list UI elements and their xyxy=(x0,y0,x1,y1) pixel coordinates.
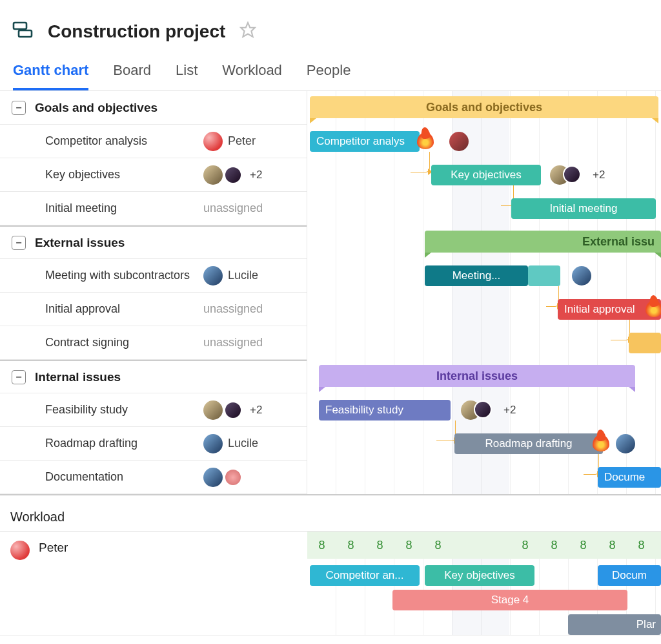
more-count: +2 xyxy=(250,169,262,182)
collapse-icon[interactable]: − xyxy=(12,101,26,115)
task-name: Initial meeting xyxy=(0,202,203,215)
collapse-icon[interactable]: − xyxy=(12,236,26,250)
hours-row: 8 8 8 8 8 8 8 8 8 8 xyxy=(307,532,661,559)
project-title: Construction project xyxy=(48,21,225,42)
task-name: Documentation xyxy=(0,470,203,484)
workload-bar[interactable]: Plar xyxy=(568,614,661,635)
avatar xyxy=(10,541,30,560)
task-name: Feasibility study xyxy=(0,403,203,417)
avatar xyxy=(449,132,469,151)
avatar xyxy=(224,401,242,419)
task-row[interactable]: Meeting with subcontractors Lucile xyxy=(0,259,307,293)
assignee[interactable] xyxy=(203,468,307,487)
group-label: Goals and objectives xyxy=(35,101,307,115)
group-bar-goals[interactable]: Goals and objectives xyxy=(310,96,658,118)
fire-icon xyxy=(417,132,434,149)
svg-rect-0 xyxy=(14,23,26,29)
group-label: Internal issues xyxy=(35,370,307,384)
more-count: +2 xyxy=(250,404,262,417)
svg-marker-2 xyxy=(241,23,256,37)
collapse-icon[interactable]: − xyxy=(12,370,26,384)
avatar xyxy=(203,400,223,420)
task-row[interactable]: Initial approval unassigned xyxy=(0,293,307,326)
task-name: Meeting with subcontractors xyxy=(0,269,203,282)
group-external[interactable]: − External issues xyxy=(0,225,307,259)
task-row[interactable]: Competitor analysis Peter xyxy=(0,125,307,158)
assignee[interactable]: unassigned xyxy=(203,302,307,316)
tab-people[interactable]: People xyxy=(307,62,351,90)
group-bar-internal[interactable]: Internal issues xyxy=(319,365,635,387)
gantt-timeline[interactable]: Goals and objectives Competitor analys K… xyxy=(307,91,661,494)
task-row[interactable]: Feasibility study +2 xyxy=(0,393,307,427)
task-name: Key objectives xyxy=(0,168,203,182)
workload-title: Workload xyxy=(0,494,661,532)
task-bar-progress[interactable] xyxy=(528,265,560,286)
avatar xyxy=(203,165,223,185)
project-icon xyxy=(12,19,34,44)
assignee[interactable]: +2 xyxy=(203,165,307,185)
star-icon[interactable] xyxy=(239,21,256,42)
task-row[interactable]: Initial meeting unassigned xyxy=(0,192,307,225)
avatar xyxy=(474,400,492,419)
task-name: Contract signing xyxy=(0,336,203,349)
workload-bar[interactable]: Stage 4 xyxy=(392,590,627,610)
avatar xyxy=(203,266,223,286)
svg-rect-1 xyxy=(19,30,32,37)
avatar xyxy=(572,266,591,286)
workload-bar[interactable]: Competitor an... xyxy=(310,565,420,586)
workload-bar[interactable]: Docum xyxy=(598,565,661,586)
task-bar[interactable]: Docume xyxy=(598,467,661,488)
avatar xyxy=(616,434,635,453)
assignee[interactable]: Peter xyxy=(203,132,307,151)
group-internal[interactable]: − Internal issues xyxy=(0,360,307,393)
workload-row: Peter 8 8 8 8 8 8 8 8 8 8 Competitor an.… xyxy=(0,532,661,636)
workload-bar[interactable]: Key objectives xyxy=(425,565,534,586)
avatar xyxy=(203,434,223,453)
workload-timeline[interactable]: 8 8 8 8 8 8 8 8 8 8 Competitor an... Key… xyxy=(307,532,661,635)
tab-list[interactable]: List xyxy=(176,62,198,90)
task-bar[interactable]: Initial meeting xyxy=(511,198,656,219)
avatar xyxy=(563,165,581,183)
task-row[interactable]: Key objectives +2 xyxy=(0,158,307,192)
assignee[interactable]: unassigned xyxy=(203,336,307,349)
task-row[interactable]: Documentation xyxy=(0,461,307,494)
avatar xyxy=(203,468,223,487)
fire-icon xyxy=(593,435,609,452)
task-bar[interactable]: Feasibility study xyxy=(319,400,451,421)
task-bar[interactable]: Meeting... xyxy=(425,265,528,286)
task-name: Roadmap drafting xyxy=(0,437,203,450)
task-list: − Goals and objectives Competitor analys… xyxy=(0,91,307,494)
task-row[interactable]: Roadmap drafting Lucile xyxy=(0,427,307,461)
task-row[interactable]: Contract signing unassigned xyxy=(0,326,307,360)
fire-icon xyxy=(646,300,661,317)
task-name: Initial approval xyxy=(0,302,203,316)
avatar xyxy=(203,132,223,151)
workload-person: Peter xyxy=(39,541,68,555)
tab-gantt[interactable]: Gantt chart xyxy=(13,62,88,90)
task-bar[interactable] xyxy=(629,333,661,353)
tab-workload[interactable]: Workload xyxy=(222,62,282,90)
more-count: +2 xyxy=(503,404,516,417)
avatar xyxy=(224,468,242,486)
avatar xyxy=(224,166,242,184)
assignee[interactable]: unassigned xyxy=(203,202,307,215)
task-bar[interactable]: Key objectives xyxy=(431,165,541,185)
task-bar[interactable]: Roadmap drafting xyxy=(454,433,603,454)
assignee[interactable]: Lucile xyxy=(203,434,307,453)
group-goals[interactable]: − Goals and objectives xyxy=(0,91,307,125)
task-name: Competitor analysis xyxy=(0,134,203,148)
more-count: +2 xyxy=(593,169,605,182)
view-tabs: Gantt chart Board List Workload People xyxy=(0,50,661,91)
group-label: External issues xyxy=(35,236,307,250)
group-bar-external[interactable]: External issu xyxy=(425,231,661,253)
tab-board[interactable]: Board xyxy=(113,62,151,90)
task-bar[interactable]: Competitor analys xyxy=(310,131,420,152)
assignee[interactable]: +2 xyxy=(203,400,307,420)
assignee[interactable]: Lucile xyxy=(203,266,307,286)
